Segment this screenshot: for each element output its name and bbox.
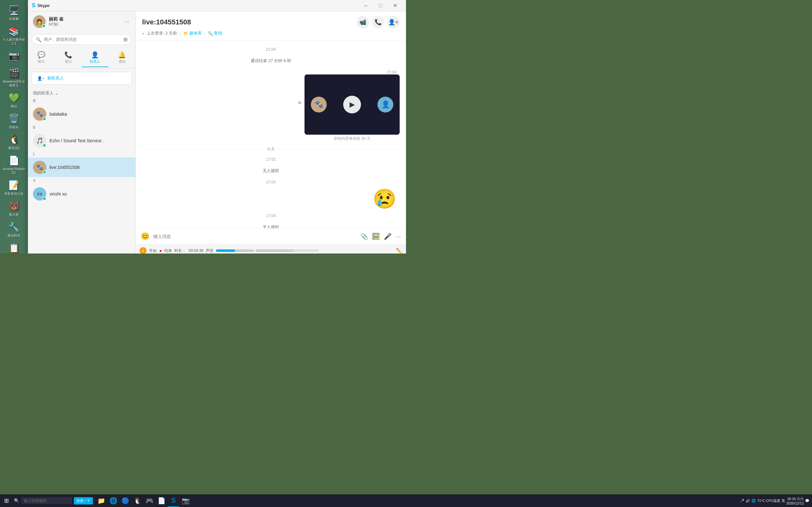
notifications-tab-icon: 🔔 bbox=[118, 51, 126, 59]
video-preview[interactable]: 🐾 ▶ 👤 bbox=[305, 74, 400, 135]
media-icon: 📁 bbox=[183, 31, 189, 36]
desktop-icon-business-english[interactable]: 📝 商务英语口语 bbox=[1, 177, 27, 197]
contact-item-xinshixu[interactable]: XX xinshi xu bbox=[28, 184, 136, 204]
pause-button[interactable]: ⏸ bbox=[140, 247, 147, 253]
computer-icon-label: 此电脑 bbox=[9, 17, 19, 21]
more-options-button[interactable]: ··· bbox=[123, 17, 131, 26]
edit-icon[interactable]: ✏️ bbox=[396, 248, 402, 254]
profile-balance: NT$0 bbox=[49, 22, 123, 26]
video-call-button[interactable]: 📹 bbox=[357, 16, 369, 29]
balalaika-status bbox=[43, 117, 46, 121]
maximize-button[interactable]: □ bbox=[373, 0, 388, 11]
desktop-icon-wechat[interactable]: 💚 微信 bbox=[1, 90, 27, 110]
media-library-link[interactable]: 📁 媒体库 bbox=[183, 31, 202, 36]
chat-footer: 😊 📎 🖼️ 🎤 ··· ⏸ 开始 ● bbox=[136, 228, 406, 253]
tab-chat[interactable]: 💬 聊天 bbox=[28, 49, 55, 67]
desktop-icon-app3[interactable]: 📷 bbox=[1, 48, 27, 64]
video-msg-row: ▶ 🐾 ▶ 👤 录制内容将保留 30 天 bbox=[299, 74, 400, 141]
skype-window: S Skype ─ □ ✕ 👩 丽莉 崔 bbox=[28, 0, 406, 253]
chat-actions: 📹 📞 👤+ bbox=[357, 16, 400, 29]
chat-area: live:104551508 📹 📞 👤+ ● 上次登录: 2 天前 | 📁 bbox=[136, 11, 406, 253]
desktop-icon-alishow[interactable]: 🐻 鲁大师 bbox=[1, 199, 27, 218]
business-english-icon-label: 商务英语口语 bbox=[4, 192, 23, 196]
qq-icon-label: 腾讯QQ bbox=[8, 147, 20, 150]
audio-call-button[interactable]: 📞 bbox=[372, 16, 385, 29]
toolbar-icons: 📎 🖼️ 🎤 ··· bbox=[360, 233, 401, 240]
desktop-icon-driver[interactable]: 🔧 驱动精灵 bbox=[1, 219, 27, 239]
image-icon[interactable]: 🖼️ bbox=[372, 233, 380, 240]
contacts-chevron-icon: ⌄ bbox=[55, 91, 58, 96]
sidebar: 👩 丽莉 崔 NT$0 ··· 🔍 ⊞ bbox=[28, 11, 136, 253]
library-icon-label: 个人数字图书馆2.1 bbox=[3, 38, 26, 46]
apowersoft-icon: 🎬 bbox=[8, 66, 20, 79]
recycle-icon-label: 回收站 bbox=[9, 125, 19, 129]
system-msg-call-ended: 通话结束 27 分钟 9 秒 bbox=[142, 57, 400, 65]
time-label-1702: 17:02 bbox=[142, 157, 400, 162]
recording-indicator: ● bbox=[159, 248, 162, 253]
my-contacts-header[interactable]: 我的联系人 ⌄ bbox=[28, 88, 136, 97]
tab-calls[interactable]: 📞 通话 bbox=[55, 49, 82, 67]
driver-icon-label: 驱动精灵 bbox=[8, 234, 20, 238]
volume-fill bbox=[216, 249, 235, 252]
time-value-recording: 00:04:38 bbox=[189, 248, 203, 253]
search-messages-link[interactable]: 🔍 查找 bbox=[208, 31, 222, 36]
contact-item-echo[interactable]: 🎵 Echo / Sound Test Service . bbox=[28, 131, 136, 151]
volume-bar[interactable] bbox=[216, 249, 254, 252]
desktop-icon-apowersoft[interactable]: 🎬 Apowersoft专业截屏王 bbox=[1, 65, 27, 89]
time-label-recording: 时长： bbox=[174, 248, 186, 253]
minimize-button[interactable]: ─ bbox=[358, 0, 373, 11]
add-person-button[interactable]: 👤+ bbox=[387, 16, 400, 29]
microphone-icon[interactable]: 🎤 bbox=[384, 233, 392, 240]
time-label-video: 21:04 bbox=[387, 70, 397, 74]
balalaika-avatar: 🐾 bbox=[33, 107, 46, 121]
desktop-icon-acrobat[interactable]: 📄 Acrobat Reader DC bbox=[1, 153, 27, 176]
send-arrow-icon: ▶ bbox=[299, 100, 302, 105]
messages-area[interactable]: 21:04 通话结束 27 分钟 9 秒 21:04 ▶ 🐾 ▶ bbox=[136, 41, 406, 228]
calls-tab-label: 通话 bbox=[65, 59, 72, 64]
echo-avatar: 🎵 bbox=[33, 134, 46, 147]
nav-tabs: 💬 聊天 📞 通话 👤 联系人 🔔 通知 bbox=[28, 47, 136, 69]
desktop-icon-cajviewer[interactable]: 📋 CAJViewer 7.2 bbox=[1, 240, 27, 253]
attach-file-icon[interactable]: 📎 bbox=[360, 233, 368, 240]
emoji-picker-button[interactable]: 😊 bbox=[141, 232, 149, 240]
contact-item-balalaika[interactable]: 🐾 balalaika bbox=[28, 104, 136, 124]
contact-item-live104551508[interactable]: 🐾 live:104551508 bbox=[28, 158, 136, 177]
desktop-icon-computer[interactable]: 🖥️ 此电脑 bbox=[1, 3, 27, 22]
message-input[interactable] bbox=[153, 234, 357, 239]
title-bar: S Skype ─ □ ✕ bbox=[28, 0, 406, 11]
message-input-row: 😊 📎 🖼️ 🎤 ··· bbox=[136, 228, 406, 244]
more-options-icon[interactable]: ··· bbox=[396, 233, 401, 240]
contacts-section: 我的联系人 ⌄ B 🐾 balalaika E bbox=[28, 88, 136, 253]
chat-meta: ● 上次登录: 2 天前 | 📁 媒体库 | 🔍 查找 bbox=[142, 31, 400, 36]
search-bar: 🔍 ⊞ bbox=[32, 34, 132, 45]
profile-area: 👩 丽莉 崔 NT$0 ··· bbox=[28, 11, 136, 32]
add-contact-button[interactable]: 👤+ 新联系人 bbox=[32, 72, 132, 84]
divider-today-label: 今天 bbox=[267, 147, 275, 152]
recycle-icon: 🗑️ bbox=[8, 112, 20, 125]
play-button[interactable]: ▶ bbox=[343, 96, 361, 113]
xinshixu-name: xinshi xu bbox=[49, 191, 67, 196]
video-avatar-right: 👤 bbox=[377, 97, 393, 112]
close-button[interactable]: ✕ bbox=[388, 0, 402, 11]
search-icon: 🔍 bbox=[36, 37, 41, 42]
tab-contacts[interactable]: 👤 联系人 bbox=[82, 49, 109, 67]
desktop-icon-qq[interactable]: 🐧 腾讯QQ bbox=[1, 132, 27, 152]
time-label-2104: 21:04 bbox=[142, 47, 400, 52]
desktop: 🖥️ 此电脑 📚 个人数字图书馆2.1 📷 🎬 Apowersoft专业截屏王 … bbox=[0, 0, 406, 253]
main-content: 👩 丽莉 崔 NT$0 ··· 🔍 ⊞ bbox=[28, 11, 406, 253]
profile-status-dot bbox=[42, 24, 46, 28]
video-avatar-left: 🐾 bbox=[311, 97, 327, 112]
tab-notifications[interactable]: 🔔 通知 bbox=[108, 49, 136, 67]
desktop-icon-library[interactable]: 📚 个人数字图书馆2.1 bbox=[1, 23, 27, 47]
wechat-icon-label: 微信 bbox=[11, 105, 17, 108]
live104551508-avatar: 🐾 bbox=[33, 161, 46, 174]
group-label-e: E bbox=[28, 124, 136, 131]
desktop-icon-recycle[interactable]: 🗑️ 回收站 bbox=[1, 111, 27, 130]
today-divider: 今天 bbox=[142, 147, 400, 152]
chat-title: live:104551508 bbox=[142, 18, 191, 26]
skype-logo: S Skype bbox=[32, 2, 49, 9]
grid-icon[interactable]: ⊞ bbox=[123, 37, 128, 43]
desktop-icon-list: 🖥️ 此电脑 📚 个人数字图书馆2.1 📷 🎬 Apowersoft专业截屏王 … bbox=[0, 0, 29, 253]
search-input[interactable] bbox=[44, 37, 121, 42]
profile-avatar[interactable]: 👩 bbox=[33, 15, 46, 28]
